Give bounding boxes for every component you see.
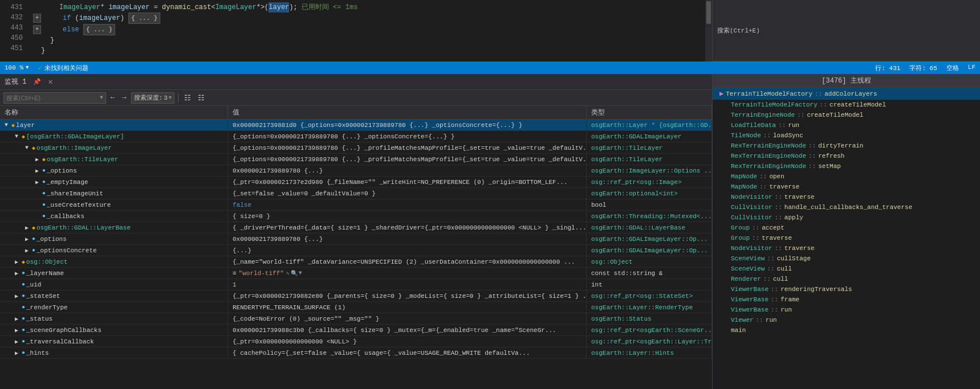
table-row[interactable]: ● _shareImageUnit {_set=false _value=0 _… — [0, 188, 712, 199]
expand-icon[interactable]: ▶ — [33, 155, 41, 163]
table-row[interactable]: ● _uid 1 int — [0, 279, 712, 290]
callstack-item[interactable]: Viewer::run — [713, 315, 980, 325]
table-row[interactable]: ● _useCreateTexture false bool — [0, 199, 712, 211]
ok-icon: ✓ — [38, 63, 42, 72]
callstack-item[interactable]: TileNode::loadSync — [713, 130, 980, 141]
table-row[interactable]: ▶ ● _options 0x0000021739889780 {...} os… — [0, 234, 712, 245]
expand-icon[interactable]: ▶ — [13, 326, 21, 334]
table-row[interactable]: ▼ ◆ layer 0x0000021739881d0 {_options=0x… — [0, 120, 712, 131]
value-cell: {_ptr=0x0000021739882e80 {_parents={ siz… — [228, 290, 587, 301]
search-input[interactable] — [6, 95, 97, 101]
table-row[interactable]: ▶ ● _status {_code=NoError (0) _source="… — [0, 313, 712, 325]
magnify-icon[interactable]: 🔍 — [291, 270, 298, 277]
type-cell: int — [587, 279, 712, 290]
expand-icon[interactable]: ▼ — [13, 133, 21, 141]
table-row[interactable]: ▶ ● _optionsConcrete {...} osgEarth::GDA… — [0, 245, 712, 256]
table-row[interactable]: ▼ ◆ [osgEarth::GDALImageLayer] {_options… — [0, 131, 712, 142]
callstack-item[interactable]: TerrainEngineNode::createTileModel — [713, 110, 980, 120]
callstack-item[interactable]: RexTerrainEngineNode::refresh — [713, 151, 980, 161]
value-cell: 0x0000021739881d0 {_options=0x0000021739… — [228, 120, 587, 130]
type-icon: ● — [22, 327, 25, 333]
depth-dropdown-icon[interactable]: ▼ — [169, 95, 172, 101]
expand-icon[interactable]: ▶ — [13, 338, 21, 346]
type-cell: osg::ref_ptr<osgEarth::Layer::Tr... — [587, 336, 712, 347]
nav-next-icon[interactable]: → — [120, 92, 129, 103]
table-row[interactable]: ▶ ● _hints { cachePolicy={_set=false _va… — [0, 347, 712, 359]
table-row[interactable]: ▶ ◆ osgEarth::TileLayer {_options=0x0000… — [0, 154, 712, 165]
expand-icon[interactable]: ▶ — [13, 258, 21, 266]
callstack-item[interactable]: NodeVisitor::traverse — [713, 192, 980, 202]
callstack-item[interactable]: Renderer::cull — [713, 274, 980, 284]
expand-icon[interactable]: ▶ — [33, 178, 41, 186]
col-name: 名称 — [0, 106, 228, 119]
callstack-item[interactable]: RexTerrainEngineNode::dirtyTerrain — [713, 141, 980, 151]
expand-icon[interactable]: ▶ — [13, 269, 21, 277]
table-row[interactable]: ▶ ● _traversalCallback {_ptr=0x000000000… — [0, 336, 712, 347]
callstack-item[interactable]: NodeVisitor::traverse — [713, 243, 980, 253]
expand-icon[interactable]: ▼ — [23, 144, 31, 152]
expand-all-icon[interactable]: ☷ — [196, 92, 207, 104]
table-row[interactable]: ● _renderType RENDERTYPE_TERRAIN_SURFACE… — [0, 302, 712, 313]
search-box[interactable]: ▼ — [3, 92, 106, 104]
callstack-item[interactable]: CullVisitor::apply — [713, 212, 980, 223]
callstack-item[interactable]: Group::traverse — [713, 233, 980, 243]
status-right: 行: 431 字符: 65 空格 LF — [875, 64, 975, 72]
filter-icon[interactable]: ☷ — [182, 92, 193, 104]
type-icon: ◆ — [42, 156, 46, 163]
expand-443[interactable]: + — [33, 25, 41, 34]
table-row[interactable]: ▼ ◆ osgEarth::ImageLayer {_options=0x000… — [0, 142, 712, 154]
callstack-item[interactable]: ViewerBase::renderingTraversals — [713, 284, 980, 294]
depth-value: 3 — [164, 95, 168, 101]
expand-icon[interactable]: ▶ — [33, 167, 41, 175]
callstack-item[interactable]: TerrainTileModelFactory::createTileModel — [713, 100, 980, 110]
watch-pin-icon[interactable]: 📌 — [33, 78, 41, 85]
type-cell: osgEarth::TileLayer — [587, 142, 712, 153]
zoom-dropdown-icon[interactable]: ▼ — [26, 65, 29, 71]
col-indicator: 字符: 65 — [909, 64, 937, 72]
expand-icon[interactable]: ▶ — [13, 315, 21, 323]
value-cell: {_ptr=0x0000000000000000 <NULL> } — [228, 336, 587, 347]
var-name: _optionsConcrete — [36, 247, 97, 254]
lf-indicator: LF — [968, 64, 975, 72]
nav-prev-icon[interactable]: ← — [108, 92, 117, 103]
table-row[interactable]: ▶ ● _stateSet {_ptr=0x0000021739882e80 {… — [0, 290, 712, 302]
expand-icon[interactable]: ▼ — [2, 121, 10, 129]
table-row[interactable]: ▶ ◆ osgEarth::GDAL::LayerBase { _driverP… — [0, 222, 712, 234]
callstack-item[interactable]: SceneView::cull — [713, 264, 980, 274]
depth-selector[interactable]: 搜索深度: 3 ▼ — [131, 92, 175, 104]
callstack-item[interactable]: main — [713, 325, 980, 335]
editor-scrollbar[interactable] — [705, 0, 712, 62]
table-row[interactable]: ▶ ● _emptyImage {_ptr=0x0000021737e2d980… — [0, 177, 712, 188]
callstack-item[interactable]: ViewerBase::run — [713, 305, 980, 315]
expand-icon[interactable]: ▶ — [23, 235, 31, 243]
expand-icon[interactable]: ▶ — [13, 349, 21, 357]
var-name: _options — [36, 236, 67, 243]
depth-label: 搜索深度: — [134, 93, 163, 102]
table-row[interactable]: ▶ ◆ osg::Object {_name="world-tiff" _dat… — [0, 256, 712, 268]
callstack-item[interactable]: CullVisitor::handle_cull_callbacks_and_t… — [713, 202, 980, 212]
callstack-item[interactable]: LoadTileData::run — [713, 120, 980, 130]
expand-432[interactable]: + — [33, 14, 41, 23]
expand-icon[interactable]: ▶ — [23, 224, 31, 232]
search-dropdown-icon[interactable]: ▼ — [100, 95, 103, 101]
watch-close-icon[interactable]: ✕ — [48, 77, 52, 87]
table-row[interactable]: ● _callbacks { size=0 } osgEarth::Thread… — [0, 211, 712, 222]
callstack-item[interactable]: SceneView::cullStage — [713, 253, 980, 264]
expand-icon[interactable]: ▶ — [13, 292, 21, 300]
table-row[interactable]: ▶ ● _options 0x0000021739889780 {...} os… — [0, 165, 712, 177]
callstack-item[interactable]: Group::accept — [713, 223, 980, 233]
expand-icon[interactable]: ▶ — [23, 247, 31, 255]
callstack-item[interactable]: ViewerBase::frame — [713, 294, 980, 305]
zoom-indicator[interactable]: 100 % ▼ — [5, 64, 29, 71]
callstack-item[interactable]: RexTerrainEngineNode::setMap — [713, 161, 980, 171]
table-row[interactable]: ▶ ● _sceneGraphCallbacks 0x0000021739988… — [0, 325, 712, 336]
spaces-indicator: 空格 — [946, 64, 959, 72]
callstack-item[interactable]: MapNode::open — [713, 171, 980, 182]
code-line-431: ImageLayer* imageLayer = dynamic_cast <I… — [32, 2, 701, 13]
callstack-item[interactable]: ▶ TerrainTileModelFactory::addColorLayer… — [713, 88, 980, 100]
type-icon: ● — [22, 316, 25, 322]
editor-vscroll-thumb[interactable] — [706, 1, 711, 24]
callstack-item[interactable]: MapNode::traverse — [713, 182, 980, 192]
edit-icon[interactable]: ✎ — [286, 270, 290, 277]
table-row[interactable]: ▶ ● _layerName ≡ "world-tiff" ✎ 🔍 ▼ cons… — [0, 268, 712, 279]
